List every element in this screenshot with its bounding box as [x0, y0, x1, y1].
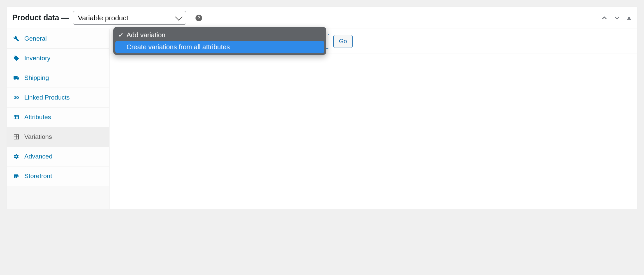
sidebar-item-label: Variations	[24, 133, 52, 140]
truck-icon	[13, 75, 20, 81]
tag-icon	[13, 55, 20, 62]
content-area: Go ✓ Add variation ✓ Create variations f…	[110, 29, 637, 209]
sidebar-item-attributes[interactable]: Attributes	[7, 108, 109, 127]
panel-title: Product data —	[12, 13, 69, 22]
sidebar: General Inventory Shipping Linked Produc…	[7, 29, 110, 209]
chevron-up-icon[interactable]	[601, 15, 608, 21]
dropdown-item-add-variation[interactable]: ✓ Add variation	[115, 29, 324, 41]
sidebar-item-linked-products[interactable]: Linked Products	[7, 88, 109, 108]
link-icon	[13, 94, 20, 101]
sidebar-item-shipping[interactable]: Shipping	[7, 68, 109, 88]
help-icon[interactable]: ?	[195, 15, 202, 21]
dropdown-item-label: Create variations from all attributes	[127, 43, 230, 51]
dropdown-item-label: Add variation	[127, 31, 165, 39]
collapse-triangle-icon[interactable]	[626, 15, 632, 21]
store-icon	[13, 173, 20, 179]
sidebar-item-label: Storefront	[24, 172, 52, 180]
chevron-down-icon[interactable]	[614, 15, 620, 21]
svg-marker-0	[627, 16, 631, 20]
sidebar-item-label: Shipping	[24, 74, 49, 82]
sidebar-item-label: Advanced	[24, 153, 53, 160]
panel-header: Product data — Variable product ?	[7, 7, 637, 29]
wrench-icon	[13, 35, 20, 42]
sidebar-item-variations[interactable]: Variations	[7, 127, 109, 147]
grid-icon	[13, 134, 20, 140]
panel-controls	[601, 15, 632, 21]
sidebar-item-advanced[interactable]: Advanced	[7, 147, 109, 166]
sidebar-item-label: Linked Products	[24, 94, 70, 101]
check-icon: ✓	[118, 31, 124, 39]
go-button[interactable]: Go	[333, 35, 353, 48]
gear-icon	[13, 153, 20, 160]
dropdown-item-create-variations[interactable]: ✓ Create variations from all attributes	[115, 41, 324, 53]
sidebar-item-label: Inventory	[24, 55, 50, 62]
sidebar-item-general[interactable]: General	[7, 29, 109, 49]
list-icon	[13, 114, 20, 121]
product-type-select[interactable]: Variable product	[73, 11, 186, 25]
panel-body: General Inventory Shipping Linked Produc…	[7, 29, 637, 209]
sidebar-item-label: General	[24, 35, 47, 42]
variation-action-dropdown: ✓ Add variation ✓ Create variations from…	[113, 27, 326, 55]
product-data-panel: Product data — Variable product ?	[7, 7, 637, 209]
product-type-select-wrapper: Variable product	[73, 11, 186, 25]
sidebar-item-label: Attributes	[24, 114, 51, 121]
sidebar-item-inventory[interactable]: Inventory	[7, 49, 109, 68]
sidebar-item-storefront[interactable]: Storefront	[7, 166, 109, 186]
